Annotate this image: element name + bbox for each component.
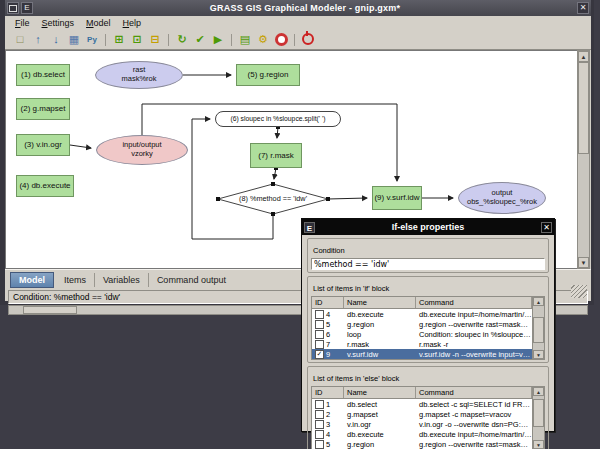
canvas-vertical-scrollbar[interactable]: ▲ ▼ [577,50,590,269]
node-9-v-surf-idw[interactable]: (9) v.surf.idw [372,186,422,210]
node-7-r-mask[interactable]: (7) r.mask [250,143,302,168]
row-checkbox[interactable] [315,400,324,409]
column-header-name: Name [344,297,416,308]
table-row[interactable]: 4db.executedb.execute input=/home/martin… [312,309,532,319]
settings-gear-icon[interactable]: ⚙ [255,32,271,47]
if-block-label: List of items in 'if' block [311,284,391,293]
toolbar-separator [294,34,295,46]
row-checkbox[interactable] [315,330,324,339]
condition-input[interactable] [311,258,545,270]
node-4-db-execute[interactable]: (4) db.execute [16,175,74,197]
export-python-icon[interactable]: Py [84,32,100,47]
row-checkbox[interactable] [315,440,324,449]
scroll-up-icon[interactable]: ▲ [578,51,589,62]
table-row[interactable]: 4db.executedb.execute input=/home/martin… [312,429,532,439]
else-block-table[interactable]: IDNameCommand1db.selectdb.select -c sql=… [311,386,545,449]
table-scrollbar[interactable]: ▲▼ [532,387,544,449]
close-window-button[interactable]: ✕ [577,2,589,14]
row-checkbox[interactable] [315,340,324,349]
node-data-vzorky[interactable]: input/output vzorky [96,135,188,165]
node-data-output[interactable]: output obs_%sloupec_%rok [458,182,546,214]
row-checkbox[interactable]: ✓ [315,350,324,359]
toolbar-separator [105,34,106,46]
table-row[interactable]: 7r.maskr.mask -r [312,339,532,349]
table-row[interactable]: 3v.in.ogrv.in.ogr -o --overwrite dsn=PG:… [312,419,532,429]
scrollbar-thumb[interactable] [533,399,544,427]
tab-command-output[interactable]: Command output [149,273,234,287]
column-header-name: Name [344,387,416,398]
condition-group: Condition [307,238,549,273]
else-block-group: List of items in 'else' block IDNameComm… [307,366,549,449]
dialog-close-button[interactable]: ✕ [541,222,552,233]
table-header: IDNameCommand [312,297,532,309]
scroll-down-icon[interactable]: ▼ [578,257,589,268]
node-2-g-mapset[interactable]: (2) g.mapset [16,98,70,120]
tab-items[interactable]: Items [56,273,95,287]
node-3-v-in-ogr[interactable]: (3) v.in.ogr [16,134,70,156]
add-command-icon[interactable]: ⊞ [111,32,127,47]
scroll-up-icon[interactable]: ▲ [533,387,544,396]
row-id-cell: ✓9 [312,350,344,359]
row-checkbox[interactable] [315,430,324,439]
menu-item-model[interactable]: Model [80,17,117,29]
row-name-cell: g.region [344,440,416,449]
row-command-cell: db.execute input=/home/martin/grassdata/… [416,430,532,439]
row-id-cell: 5 [312,440,344,449]
row-checkbox[interactable] [315,320,324,329]
row-name-cell: v.surf.idw [344,350,416,359]
row-id-cell: 4 [312,430,344,439]
table-row[interactable]: 2g.mapsetg.mapset -c mapset=vracov [312,409,532,419]
node-data-rast[interactable]: rast mask%rok [95,61,183,89]
menu-item-settings[interactable]: Settings [36,17,81,29]
row-id-cell: 5 [312,320,344,329]
scrollbar-thumb[interactable] [578,62,589,154]
scroll-down-icon[interactable]: ▼ [533,440,544,449]
table-row[interactable]: 1db.selectdb.select -c sql=SELECT id FRO… [312,399,532,409]
column-header-command: Command [416,387,532,398]
resize-grip[interactable] [571,285,587,298]
table-row[interactable]: 5g.regiong.region --overwrite rast=mask2… [312,319,532,329]
redraw-icon[interactable]: ↻ [174,32,190,47]
window-title: GRASS GIS Graphical Modeler - gnip.gxm* [35,3,575,13]
quit-icon[interactable] [300,32,316,47]
table-header: IDNameCommand [312,387,532,399]
scroll-down-icon[interactable]: ▼ [533,350,544,359]
row-checkbox[interactable] [315,410,324,419]
new-model-icon[interactable]: □ [12,32,28,47]
node-6-loop[interactable]: (6) sloupec in %sloupce.split(' ') [215,111,341,127]
node-5-g-region[interactable]: (5) g.region [236,64,300,86]
run-icon[interactable]: ▶ [210,32,226,47]
row-checkbox[interactable] [315,420,324,429]
row-id-cell: 2 [312,410,344,419]
add-data-icon[interactable]: ⊡ [129,32,145,47]
scroll-up-icon[interactable]: ▲ [533,297,544,306]
add-relation-icon[interactable]: ⊟ [147,32,163,47]
load-model-icon[interactable]: ↑ [30,32,46,47]
table-row[interactable]: ✓9v.surf.idwv.surf.idw -n --overwrite in… [312,349,532,359]
tab-model[interactable]: Model [10,272,54,288]
menu-item-file[interactable]: File [9,17,36,29]
row-command-cell: v.in.ogr -o --overwrite dsn=PG:dbname=pr… [416,420,532,429]
column-header-id: ID [312,297,344,308]
node-8-if-else[interactable]: (8) %method == 'idw' [218,184,328,214]
if-block-table[interactable]: IDNameCommand4db.executedb.execute input… [311,296,545,360]
manage-items-icon[interactable]: ▤ [237,32,253,47]
table-row[interactable]: 5g.regiong.region --overwrite rast=mask2… [312,439,532,449]
save-model-icon[interactable]: ↓ [48,32,64,47]
node-1-db-select[interactable]: (1) db.select [16,64,70,86]
row-id-cell: 3 [312,420,344,429]
shade-window-button[interactable] [7,2,19,14]
validate-icon[interactable]: ✔ [192,32,208,47]
tab-variables[interactable]: Variables [95,273,149,287]
menu-item-help[interactable]: Help [117,17,148,29]
row-command-cell: r.mask -r [416,340,532,349]
table-scrollbar[interactable]: ▲▼ [532,297,544,359]
row-checkbox[interactable] [315,310,324,319]
export-image-icon[interactable]: ▦ [66,32,82,47]
help-icon[interactable] [273,32,289,47]
row-name-cell: v.in.ogr [344,420,416,429]
if-else-properties-dialog: E If-else properties ✕ Condition List of… [301,218,555,432]
table-row[interactable]: 6loopCondition: sloupec in %sloupce.spli… [312,329,532,339]
scrollbar-thumb[interactable] [23,306,77,314]
scrollbar-thumb[interactable] [533,317,544,343]
